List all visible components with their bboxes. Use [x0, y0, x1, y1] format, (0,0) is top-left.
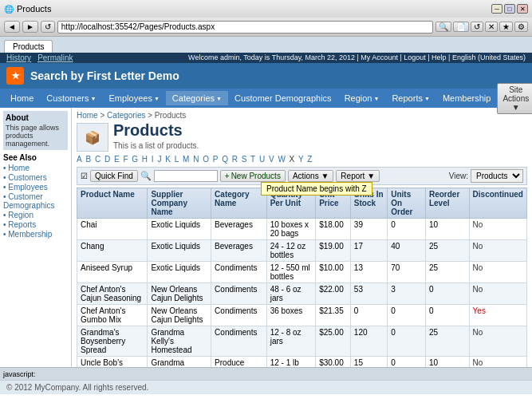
- col-category[interactable]: Category Name: [211, 188, 267, 219]
- alpha-v[interactable]: V: [269, 155, 274, 164]
- col-on-order[interactable]: Units On Order: [388, 188, 426, 219]
- alpha-p[interactable]: P: [213, 155, 219, 164]
- products-table: Product Name Supplier Company Name Categ…: [77, 188, 527, 367]
- alpha-t[interactable]: T: [250, 155, 255, 164]
- compat-icon[interactable]: 📄: [453, 22, 469, 32]
- search-title: Search by First Letter Demo: [30, 69, 179, 82]
- nav-item-categories[interactable]: Categories ▼: [166, 91, 228, 105]
- alpha-l[interactable]: L: [175, 155, 179, 164]
- search-input[interactable]: [154, 170, 218, 182]
- breadcrumb-home[interactable]: Home: [77, 111, 98, 120]
- sidebar-link-membership[interactable]: Membership: [3, 230, 68, 239]
- table-cell: Chef Anton's Cajun Seasoning: [77, 283, 148, 305]
- alpha-z[interactable]: Z: [307, 155, 312, 164]
- checkbox-icon[interactable]: ☑: [81, 172, 88, 180]
- alpha-b[interactable]: B: [85, 155, 91, 164]
- actions-label: Actions ▼: [293, 172, 329, 180]
- table-cell: $10.00: [316, 262, 351, 283]
- back-button[interactable]: ◄: [4, 21, 20, 33]
- view-select[interactable]: Products: [471, 169, 523, 183]
- win-controls: ─ □ ✕: [491, 4, 528, 14]
- alpha-i[interactable]: I: [152, 155, 154, 164]
- close-button[interactable]: ✕: [517, 4, 528, 14]
- alpha-c[interactable]: C: [95, 155, 100, 164]
- sidebar-link-reports[interactable]: Reports: [3, 220, 68, 229]
- forward-button[interactable]: ►: [22, 21, 38, 33]
- col-discontinued[interactable]: Discontinued: [469, 188, 526, 219]
- table-cell: 12 - 1 lb pkgs.: [266, 357, 315, 368]
- alpha-m[interactable]: M: [183, 155, 189, 164]
- alpha-a[interactable]: A: [77, 155, 82, 164]
- breadcrumb-categories[interactable]: Categories: [107, 111, 145, 120]
- alpha-u[interactable]: U: [259, 155, 265, 164]
- alpha-g[interactable]: G: [132, 155, 138, 164]
- report-button[interactable]: Report ▼: [336, 170, 380, 182]
- nav-item-region[interactable]: Region ▼: [338, 91, 386, 105]
- alpha-n[interactable]: N: [193, 155, 199, 164]
- table-cell: Condiments: [211, 305, 267, 326]
- nav-item-home[interactable]: Home: [4, 91, 40, 105]
- maximize-button[interactable]: □: [504, 4, 515, 14]
- table-cell: New Orleans Cajun Delights: [148, 305, 211, 326]
- alpha-q[interactable]: Q: [222, 155, 228, 164]
- address-bar[interactable]: [57, 21, 433, 34]
- table-row: Aniseed SyrupExotic LiquidsCondiments12 …: [77, 262, 527, 283]
- alpha-h[interactable]: H: [142, 155, 148, 164]
- nav-item-customer-demographics[interactable]: Customer Demographics: [228, 91, 338, 105]
- copyright-text: © 2012 MyCompany. All rights reserved.: [6, 383, 148, 392]
- table-cell: 120: [350, 326, 387, 357]
- history-link[interactable]: History: [6, 53, 31, 62]
- minimize-button[interactable]: ─: [491, 4, 502, 14]
- table-row: ChangExotic LiquidsBeverages24 - 12 oz b…: [77, 240, 527, 262]
- table-cell: No: [469, 357, 526, 368]
- permalink-link[interactable]: Permalink: [37, 53, 73, 62]
- table-cell: 0: [425, 305, 469, 326]
- refresh-nav-icon[interactable]: ↺: [471, 22, 483, 32]
- alpha-r[interactable]: R: [232, 155, 238, 164]
- alpha-s[interactable]: S: [242, 155, 247, 164]
- welcome-text: Welcome admin, Today is Thursday, March …: [188, 53, 526, 62]
- stop-icon[interactable]: ✕: [485, 22, 498, 32]
- alpha-d[interactable]: D: [104, 155, 110, 164]
- tools-icon[interactable]: ⚙: [514, 22, 528, 32]
- sidebar-link-customer-demographics[interactable]: Customer Demographics: [3, 192, 68, 210]
- sidebar-link-home[interactable]: Home: [3, 164, 68, 172]
- alpha-y[interactable]: Y: [298, 155, 304, 164]
- table-cell: $22.00: [316, 283, 351, 305]
- table-row: Grandma's Boysenberry SpreadGrandma Kell…: [77, 326, 527, 357]
- table-cell: No: [469, 326, 526, 357]
- search-nav-icon[interactable]: 🔍: [435, 22, 451, 32]
- categories-dropdown-arrow: ▼: [216, 96, 222, 101]
- star-icon[interactable]: ★: [499, 22, 513, 32]
- browser-tab[interactable]: Products: [4, 40, 53, 53]
- status-text: javascript:: [3, 370, 36, 378]
- sidebar-link-region[interactable]: Region: [3, 211, 68, 219]
- alpha-j[interactable]: J: [157, 155, 161, 164]
- sidebar-link-employees[interactable]: Employees: [3, 183, 68, 192]
- alpha-e[interactable]: E: [114, 155, 120, 164]
- report-label: Report ▼: [341, 172, 375, 180]
- nav-item-reports[interactable]: Reports ▼: [385, 91, 435, 105]
- alpha-k[interactable]: K: [165, 155, 171, 164]
- refresh-button[interactable]: ↺: [41, 21, 55, 33]
- actions-button[interactable]: Actions ▼: [288, 170, 333, 182]
- quick-find-button[interactable]: Quick Find: [90, 170, 138, 182]
- col-reorder[interactable]: Reorder Level: [425, 188, 469, 219]
- new-products-button[interactable]: + New Products: [220, 170, 286, 182]
- nav-item-customers[interactable]: Customers ▼: [40, 91, 102, 105]
- nav-item-employees[interactable]: Employees ▼: [102, 91, 165, 105]
- alpha-w[interactable]: W: [278, 155, 285, 164]
- table-cell: Exotic Liquids: [148, 219, 211, 240]
- alpha-o[interactable]: O: [203, 155, 209, 164]
- col-product-name[interactable]: Product Name: [77, 188, 148, 219]
- table-cell: 0: [350, 305, 387, 326]
- sidebar-link-customers[interactable]: Customers: [3, 173, 68, 182]
- nav-item-membership[interactable]: Membership: [436, 91, 498, 105]
- employees-dropdown-arrow: ▼: [154, 96, 160, 101]
- col-supplier[interactable]: Supplier Company Name: [148, 188, 211, 219]
- table-row: Uncle Bob's Organic Dried PearsGrandma K…: [77, 357, 527, 368]
- page-icon: 📦: [77, 123, 108, 152]
- table-cell: Condiments: [211, 283, 267, 305]
- tooltip: Product Name begins with Z: [261, 182, 372, 196]
- alpha-f[interactable]: F: [123, 155, 128, 164]
